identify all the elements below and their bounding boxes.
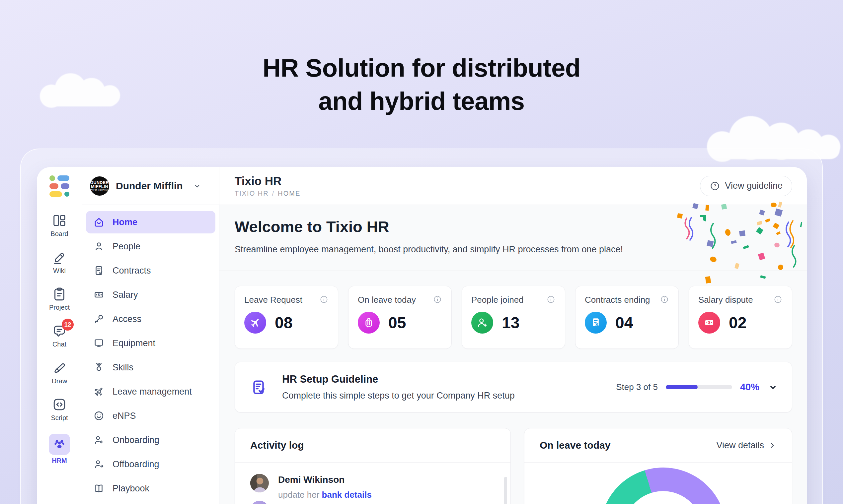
workspace-logo: DUNDER MIFFLIN PAPER COMPANY xyxy=(90,176,109,196)
view-details-link[interactable]: View details xyxy=(716,440,777,451)
sidebar-item-salary[interactable]: $ Salary xyxy=(86,284,216,306)
contract-icon xyxy=(93,265,105,276)
sidebar-item-onboarding[interactable]: Onboarding xyxy=(86,429,216,451)
sidebar-item-leave-management[interactable]: Leave management xyxy=(86,380,216,403)
activity-action-link[interactable]: bank details xyxy=(322,490,372,500)
stat-card-leave-request[interactable]: Leave Request 08 xyxy=(235,286,338,349)
hero-line-1: HR Solution for distributed xyxy=(262,54,581,82)
rail-item-board[interactable]: Board xyxy=(50,213,68,238)
welcome-banner: Welcome to Tixio HR Streamline employee … xyxy=(219,205,807,271)
view-details-label: View details xyxy=(716,440,764,451)
module-rail: Board Wiki Project xyxy=(37,167,82,504)
sidebar-item-enps[interactable]: eNPS xyxy=(86,404,216,427)
sidebar-item-skills[interactable]: Skills xyxy=(86,356,216,379)
stat-value: 05 xyxy=(388,314,406,332)
luggage-icon xyxy=(358,312,380,334)
breadcrumb-root[interactable]: TIXIO HR xyxy=(235,190,269,197)
stat-card-on-leave-today[interactable]: On leave today 05 xyxy=(348,286,452,349)
guideline-title: HR Setup Guideline xyxy=(282,373,616,385)
stat-card-people-joined[interactable]: People joined 13 xyxy=(462,286,565,349)
stat-label: Contracts ending xyxy=(585,295,650,305)
info-icon[interactable] xyxy=(546,295,555,304)
sidebar: DUNDER MIFFLIN PAPER COMPANY Dunder Miff… xyxy=(82,167,219,504)
sidebar-item-access[interactable]: Access xyxy=(86,308,216,330)
key-icon xyxy=(93,313,105,325)
sidebar-item-playbook[interactable]: Playbook xyxy=(86,477,216,500)
view-guideline-button[interactable]: ? View guideline xyxy=(700,176,792,196)
avatar xyxy=(250,474,269,492)
activity-log-title: Activity log xyxy=(250,440,304,451)
rail-item-draw[interactable]: Draw xyxy=(52,360,67,385)
rail-logo-area xyxy=(37,167,82,205)
avatar xyxy=(250,501,269,504)
rail-item-label: Script xyxy=(51,414,68,422)
rail-item-chat[interactable]: 12 Chat xyxy=(52,323,67,348)
code-icon xyxy=(52,397,67,412)
sidebar-item-offboarding[interactable]: Offboarding xyxy=(86,453,216,475)
sidebar-item-label: Contracts xyxy=(113,266,151,276)
activity-entry-name: Demi Wikinson xyxy=(278,474,372,485)
activity-log-card: Activity log Demi Wikinson update her ba… xyxy=(235,428,511,504)
workspace-logo-text: PAPER COMPANY xyxy=(91,190,108,191)
rail-item-label: Board xyxy=(50,230,68,238)
hr-setup-guideline-card: HR Setup Guideline Complete this simple … xyxy=(235,362,792,413)
sidebar-item-contracts[interactable]: Contracts xyxy=(86,259,216,282)
rail-item-script[interactable]: Script xyxy=(51,397,68,422)
file-x-icon xyxy=(585,312,607,334)
header-title-group: Tixio HR TIXIO HR/HOME xyxy=(235,175,300,197)
rail-item-label: HRM xyxy=(52,457,67,465)
board-icon xyxy=(52,213,67,228)
scrollbar-thumb[interactable] xyxy=(504,477,507,504)
sidebar-menu: Home People Contracts $ Salary xyxy=(82,205,219,500)
sidebar-item-people[interactable]: People xyxy=(86,235,216,258)
workspace-selector[interactable]: DUNDER MIFFLIN PAPER COMPANY Dunder Miff… xyxy=(82,167,219,205)
stat-card-contracts-ending[interactable]: Contracts ending 04 xyxy=(575,286,679,349)
info-icon[interactable] xyxy=(433,295,442,304)
guideline-progress-group: Step 3 of 5 40% xyxy=(616,382,779,393)
rail-item-label: Project xyxy=(49,304,70,311)
user-plus-icon xyxy=(471,312,493,334)
rail-item-hrm[interactable]: HRM xyxy=(49,434,70,465)
tixio-logo[interactable] xyxy=(49,175,69,197)
info-icon[interactable] xyxy=(319,295,329,304)
rail-item-project[interactable]: Project xyxy=(49,287,70,311)
info-icon[interactable] xyxy=(773,295,782,304)
breadcrumb: TIXIO HR/HOME xyxy=(235,190,300,197)
view-guideline-label: View guideline xyxy=(725,181,782,191)
activity-entry[interactable]: Demi Wikinson update her bank details xyxy=(235,463,511,500)
app-window-frame: Board Wiki Project xyxy=(20,148,823,504)
svg-text:?: ? xyxy=(713,184,716,188)
activity-entry-action: update her bank details xyxy=(278,490,372,500)
chat-bubble-icon: 12 xyxy=(52,323,67,339)
main-header: Tixio HR TIXIO HR/HOME ? View guideline xyxy=(219,167,807,205)
salary-icon: $ xyxy=(93,289,105,301)
stat-card-salary-dispute[interactable]: Salary dispute $ 02 xyxy=(689,286,792,349)
user-arrow-out-icon xyxy=(93,458,105,470)
stat-label: On leave today xyxy=(358,295,416,305)
leave-donut-chart xyxy=(600,468,726,504)
guideline-step-text: Step 3 of 5 xyxy=(616,382,658,392)
progress-bar-fill xyxy=(666,385,698,389)
app-panel: Board Wiki Project xyxy=(37,167,807,504)
rail-item-label: Wiki xyxy=(53,267,66,274)
hero-title: HR Solution for distributedand hybrid te… xyxy=(0,51,843,118)
info-icon[interactable] xyxy=(660,295,669,304)
sidebar-item-label: Skills xyxy=(113,362,134,373)
sidebar-item-label: Playbook xyxy=(113,483,149,494)
breadcrumb-separator: / xyxy=(272,190,275,197)
stats-row: Leave Request 08 xyxy=(235,286,792,349)
plane-icon xyxy=(93,386,105,397)
rail-item-label: Draw xyxy=(52,377,67,385)
sidebar-item-home[interactable]: Home xyxy=(86,211,216,233)
rail-item-wiki[interactable]: Wiki xyxy=(52,250,67,274)
sidebar-item-label: Salary xyxy=(113,290,138,300)
chevron-down-icon[interactable] xyxy=(767,382,779,393)
stat-value: 08 xyxy=(275,314,292,332)
home-icon xyxy=(93,217,105,228)
sidebar-item-label: Access xyxy=(113,314,141,324)
stat-value: 13 xyxy=(502,314,519,332)
sidebar-item-equipment[interactable]: Equipment xyxy=(86,332,216,355)
activity-action-prefix: update her xyxy=(278,490,322,500)
guideline-subtitle: Complete this simple steps to get your C… xyxy=(282,391,616,401)
guideline-percent: 40% xyxy=(740,382,759,393)
